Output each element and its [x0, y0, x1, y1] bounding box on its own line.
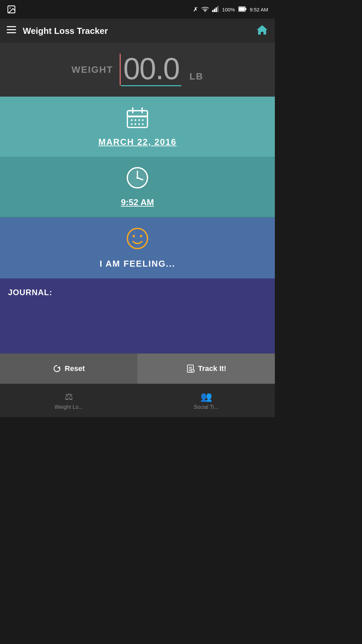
- bottom-tab-social-label: Social Ti...: [194, 404, 219, 410]
- weight-unit: LB: [189, 71, 203, 82]
- journal-label: JOURNAL:: [8, 288, 267, 297]
- svg-rect-14: [127, 111, 147, 127]
- svg-point-23: [131, 123, 133, 125]
- svg-rect-10: [7, 26, 16, 27]
- buttons-row: Reset Track It!: [0, 354, 275, 384]
- svg-point-1: [9, 7, 11, 9]
- time-display: 9:52 AM: [250, 7, 268, 12]
- svg-rect-9: [239, 7, 245, 11]
- home-icon[interactable]: [256, 24, 268, 38]
- svg-point-33: [133, 235, 135, 237]
- svg-rect-12: [7, 32, 16, 33]
- journal-section[interactable]: JOURNAL:: [0, 278, 275, 354]
- date-section[interactable]: MARCH 22, 2016: [0, 97, 275, 157]
- svg-rect-3: [212, 10, 214, 12]
- svg-point-24: [135, 123, 136, 125]
- svg-rect-5: [216, 7, 217, 12]
- weight-underline: [121, 85, 181, 86]
- track-button[interactable]: Track It!: [137, 354, 275, 384]
- time-text: 9:52 AM: [121, 197, 154, 208]
- calendar-icon: [126, 106, 149, 133]
- svg-point-19: [131, 119, 133, 121]
- feeling-text: I AM FEELING...: [100, 259, 175, 269]
- battery-icon: [238, 6, 246, 13]
- date-text: MARCH 22, 2016: [98, 137, 176, 147]
- battery-percentage: 100%: [222, 7, 235, 12]
- weight-section: WEIGHT 00.0 LB: [0, 43, 275, 97]
- social-tab-icon: 👥: [200, 391, 212, 402]
- menu-button[interactable]: [7, 26, 16, 36]
- bluetooth-icon: ✗: [193, 6, 198, 13]
- svg-point-32: [127, 228, 147, 249]
- svg-rect-8: [245, 8, 246, 10]
- journal-input[interactable]: [8, 303, 267, 343]
- weight-tab-icon: ⚖: [65, 391, 73, 402]
- smiley-icon: [126, 227, 149, 255]
- time-section[interactable]: 9:52 AM: [0, 157, 275, 217]
- svg-rect-11: [7, 29, 16, 30]
- track-icon: [186, 364, 195, 373]
- wifi-icon: [201, 6, 209, 13]
- status-left: [7, 5, 16, 14]
- bottom-tab-weight[interactable]: ⚖ Weight Lo...: [0, 384, 137, 417]
- reset-button[interactable]: Reset: [0, 354, 137, 384]
- clock-icon: [126, 166, 149, 194]
- svg-point-2: [204, 11, 205, 12]
- svg-point-21: [138, 119, 140, 121]
- svg-marker-13: [257, 25, 267, 35]
- svg-point-26: [142, 123, 144, 125]
- weight-input-container[interactable]: 00.0: [121, 54, 181, 86]
- svg-marker-35: [57, 366, 60, 369]
- bottom-tab-social[interactable]: 👥 Social Ti...: [137, 384, 275, 417]
- app-bar: Weight Loss Tracker: [0, 19, 275, 43]
- svg-rect-4: [214, 9, 215, 12]
- track-label: Track It!: [198, 364, 226, 373]
- weight-value: 00.0: [123, 54, 179, 84]
- svg-point-25: [138, 123, 140, 125]
- bottom-bar: ⚖ Weight Lo... 👥 Social Ti...: [0, 384, 275, 417]
- svg-point-22: [142, 119, 144, 121]
- svg-rect-6: [217, 6, 219, 12]
- feeling-section[interactable]: I AM FEELING...: [0, 217, 275, 278]
- svg-point-20: [135, 119, 136, 121]
- cursor-bar: [120, 54, 121, 86]
- weight-label: WEIGHT: [71, 64, 113, 75]
- reset-icon: [53, 364, 61, 373]
- signal-icon: [212, 6, 219, 13]
- status-right: ✗ 100% 9:52: [193, 6, 268, 13]
- bottom-tab-weight-label: Weight Lo...: [54, 404, 83, 410]
- app-title: Weight Loss Tracker: [23, 26, 256, 36]
- image-icon: [7, 5, 16, 14]
- reset-label: Reset: [65, 364, 85, 373]
- svg-point-34: [140, 235, 142, 237]
- status-bar: ✗ 100% 9:52: [0, 0, 275, 19]
